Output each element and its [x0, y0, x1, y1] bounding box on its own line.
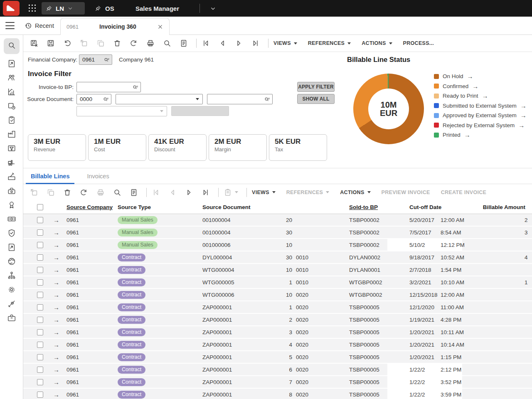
- sidebar-item-configuration-gear[interactable]: [4, 283, 20, 298]
- tab-invoicing-360[interactable]: 0961 Invoicing 360: [60, 18, 170, 35]
- row-checkbox[interactable]: [37, 354, 43, 360]
- row-drill-arrow[interactable]: →: [47, 326, 62, 338]
- nav-next-icon[interactable]: [235, 39, 243, 47]
- tab-invoices[interactable]: Invoices: [84, 168, 111, 184]
- row-checkbox[interactable]: [37, 367, 43, 373]
- role-chevron-down-icon[interactable]: [210, 0, 216, 17]
- menu-process-[interactable]: PROCESS...: [403, 40, 434, 46]
- source-document-series-field[interactable]: 0000: [76, 94, 111, 104]
- table-row[interactable]: →0961ContractZAP00000120020TSBP000051/19…: [23, 314, 532, 325]
- sidebar-item-business-partners[interactable]: [4, 71, 20, 86]
- row-checkbox[interactable]: [37, 329, 43, 335]
- save-close-icon[interactable]: [30, 39, 38, 47]
- legend-drill-arrow[interactable]: →: [482, 92, 488, 99]
- row-checkbox[interactable]: [37, 267, 43, 273]
- sidebar-item-enterprise-modeler[interactable]: [4, 269, 20, 283]
- nav-first-icon[interactable]: [202, 39, 210, 47]
- row-checkbox[interactable]: [37, 342, 43, 348]
- legend-drill-arrow[interactable]: →: [472, 83, 478, 90]
- row-checkbox[interactable]: [37, 254, 43, 261]
- sidebar-item-procurement-clipboard[interactable]: [4, 114, 20, 128]
- delete-icon[interactable]: [113, 39, 121, 47]
- row-checkbox[interactable]: [37, 279, 43, 286]
- legend-drill-arrow[interactable]: →: [464, 131, 470, 138]
- legend-drill-arrow[interactable]: →: [520, 112, 527, 119]
- lookup-icon[interactable]: [103, 57, 110, 63]
- menu-views[interactable]: VIEWS: [252, 190, 276, 195]
- sidebar-item-service-toolbox[interactable]: [4, 185, 20, 199]
- sidebar-item-search[interactable]: [4, 38, 20, 54]
- sidebar-item-job-toolbox[interactable]: [4, 312, 20, 326]
- search-icon[interactable]: [163, 39, 171, 47]
- sidebar-item-localization-globe[interactable]: [4, 255, 20, 269]
- row-checkbox[interactable]: [37, 292, 43, 298]
- row-checkbox[interactable]: [37, 392, 43, 398]
- delete-icon[interactable]: [63, 188, 71, 197]
- pinned-app-ln[interactable]: LN: [42, 2, 85, 15]
- sidebar-item-quality-award[interactable]: [4, 199, 20, 213]
- row-drill-arrow[interactable]: →: [47, 289, 62, 300]
- row-drill-arrow[interactable]: →: [47, 251, 62, 263]
- tab-billable-lines[interactable]: Billable Lines: [28, 168, 72, 184]
- chevron-down-icon[interactable]: [67, 5, 73, 11]
- financial-company-field[interactable]: 0961: [79, 54, 112, 65]
- sidebar-item-invoicing-document[interactable]: [4, 241, 20, 255]
- invoice-to-bp-field[interactable]: [76, 82, 141, 92]
- row-drill-arrow[interactable]: →: [47, 227, 62, 238]
- show-all-button[interactable]: SHOW ALL: [297, 94, 335, 104]
- sidebar-item-governance-shield[interactable]: [4, 227, 20, 241]
- menu-references[interactable]: REFERENCES: [308, 40, 351, 46]
- recent-button[interactable]: Recent: [25, 17, 54, 35]
- row-checkbox[interactable]: [37, 229, 43, 236]
- menu-hamburger-icon[interactable]: [5, 22, 15, 29]
- row-drill-arrow[interactable]: →: [47, 214, 62, 226]
- lookup-icon[interactable]: [103, 96, 109, 103]
- sidebar-item-planning-box-clock[interactable]: [4, 100, 20, 114]
- row-drill-arrow[interactable]: →: [47, 351, 62, 363]
- menu-views[interactable]: VIEWS: [273, 40, 297, 46]
- row-drill-arrow[interactable]: →: [47, 276, 62, 288]
- billable-line-status-donut-chart[interactable]: 10M EUR: [353, 74, 424, 144]
- table-row[interactable]: →0961ContractWTG00000510010WTGBP00023/2/…: [23, 276, 532, 288]
- table-row[interactable]: →0961ContractZAP00000130020TSBP000051/20…: [23, 326, 532, 338]
- sidebar-item-sales-document[interactable]: [4, 57, 20, 71]
- legend-drill-arrow[interactable]: →: [467, 73, 473, 80]
- print-icon[interactable]: [146, 39, 155, 47]
- notes-icon[interactable]: [130, 188, 138, 197]
- row-drill-arrow[interactable]: →: [47, 301, 62, 313]
- sidebar-item-tools-maintenance[interactable]: [4, 298, 20, 312]
- table-row[interactable]: →0961Manual Sales00100000420TSBP000025/2…: [23, 214, 532, 226]
- sidebar-item-analytics-chart[interactable]: [4, 86, 20, 100]
- row-drill-arrow[interactable]: →: [47, 239, 62, 251]
- sidebar-item-freight-forklift[interactable]: [4, 156, 20, 170]
- menu-actions[interactable]: ACTIONS: [362, 40, 392, 46]
- row-drill-arrow[interactable]: →: [47, 314, 62, 325]
- lookup-icon[interactable]: [132, 84, 139, 91]
- pinned-app-os[interactable]: OS: [95, 2, 114, 15]
- row-drill-arrow[interactable]: →: [47, 389, 62, 399]
- sidebar-item-finance-banknote[interactable]: [4, 213, 20, 227]
- refresh-icon[interactable]: [80, 188, 88, 197]
- lookup-icon[interactable]: [264, 96, 271, 103]
- menu-actions[interactable]: ACTIONS: [340, 190, 370, 195]
- table-row[interactable]: →0961ContractZAP00000160020TSBP000051/22…: [23, 364, 532, 375]
- row-checkbox[interactable]: [37, 242, 43, 248]
- table-row[interactable]: →0961Manual Sales00100000430TSBP000027/5…: [23, 227, 532, 238]
- table-row[interactable]: →0961ContractDYL000004300010DYLAN00029/1…: [23, 251, 532, 263]
- row-checkbox[interactable]: [37, 317, 43, 323]
- search-icon[interactable]: [113, 188, 121, 197]
- table-row[interactable]: →0961ContractZAP00000110020TSBP0000512/1…: [23, 301, 532, 313]
- infor-logo-icon[interactable]: [3, 1, 20, 16]
- table-row[interactable]: →0961ContractWTG000004100010DYLAN00012/7…: [23, 264, 532, 276]
- source-document-field[interactable]: [207, 94, 273, 104]
- row-drill-arrow[interactable]: →: [47, 264, 62, 276]
- row-drill-arrow[interactable]: →: [47, 364, 62, 375]
- source-document-type-select[interactable]: [116, 94, 203, 104]
- nav-next-icon[interactable]: [185, 188, 193, 197]
- table-row[interactable]: →0961ContractZAP00000170020TSBP000051/22…: [23, 376, 532, 388]
- select-all-checkbox[interactable]: [37, 204, 43, 210]
- table-row[interactable]: →0961ContractZAP00000140020TSBP000051/20…: [23, 339, 532, 350]
- table-row[interactable]: →0961ContractWTG000006100020WTGBP000212/…: [23, 289, 532, 300]
- app-switcher-grid-icon[interactable]: [29, 5, 37, 12]
- sidebar-item-project-excavation[interactable]: [4, 170, 20, 185]
